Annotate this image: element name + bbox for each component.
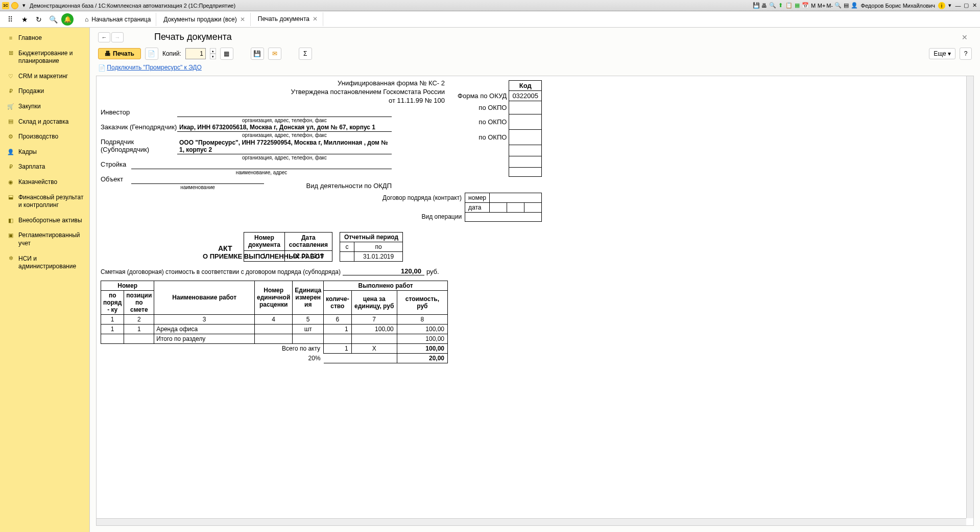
col-2: 2 xyxy=(124,314,154,324)
copies-up-button[interactable]: ▲ xyxy=(210,48,216,54)
tab-home[interactable]: ⌂ Начальная страница xyxy=(80,13,156,26)
m-plus-icon[interactable]: М+ xyxy=(818,2,825,9)
page-title: Печать документа xyxy=(154,32,232,42)
col-5: 5 xyxy=(293,314,324,324)
sidebar-item-sales[interactable]: ₽Продажи xyxy=(0,84,89,99)
save-file-button[interactable]: 💾 xyxy=(251,48,264,60)
total-label: Всего по акту xyxy=(101,343,324,353)
user-icon: 👤 xyxy=(851,2,858,9)
nav-forward-button[interactable]: → xyxy=(111,32,124,42)
total-qty: 1 xyxy=(324,343,352,353)
sidebar-item-hr[interactable]: 👤Кадры xyxy=(0,145,89,160)
star-icon[interactable]: ★ xyxy=(18,13,31,26)
copies-down-button[interactable]: ▼ xyxy=(210,54,216,59)
okpo-label-2: по ОКПО xyxy=(455,114,509,129)
apps-icon[interactable]: ⠿ xyxy=(4,13,16,26)
preview-button[interactable]: 📄 xyxy=(145,48,158,60)
sidebar: ≡Главное ⊞Бюджетирование и планирование … xyxy=(0,28,90,532)
dd2-icon[interactable]: ▾ xyxy=(946,2,953,9)
tab-documents[interactable]: Документы продажи (все) ✕ xyxy=(158,13,250,26)
r1-cost: 100,00 xyxy=(397,324,447,334)
print-button[interactable]: 🖶Печать xyxy=(98,48,141,59)
m-icon[interactable]: М xyxy=(810,2,817,9)
sidebar-icon-regaccount: ▣ xyxy=(7,232,14,239)
app-circle-icon[interactable] xyxy=(11,2,18,9)
nav-back-button[interactable]: ← xyxy=(98,32,110,42)
more-button[interactable]: Еще ▾ xyxy=(929,48,955,59)
cal-icon[interactable]: ▦ xyxy=(794,2,801,9)
sidebar-item-assets[interactable]: ◧Внеоборотные активы xyxy=(0,213,89,228)
maximize-icon[interactable]: ▢ xyxy=(963,2,970,9)
sidebar-icon-production: ⚙ xyxy=(7,133,14,140)
m-minus-icon[interactable]: М- xyxy=(826,2,833,9)
main-toolbar: ⠿ ★ ↻ 🔍 🔔 ⌂ Начальная страница Документы… xyxy=(0,11,980,28)
sidebar-label: Производство xyxy=(18,133,58,141)
vertical-scrollbar[interactable] xyxy=(966,76,973,518)
calc-icon[interactable]: 📋 xyxy=(785,2,793,9)
sidebar-label: Кадры xyxy=(18,148,37,156)
sidebar-item-budget[interactable]: ⊞Бюджетирование и планирование xyxy=(0,46,89,69)
col-8: 8 xyxy=(397,314,447,324)
th-pricenum: Номер единичной расценки xyxy=(255,281,293,314)
docnum-h1: Номер xyxy=(254,234,274,241)
sidebar-label: Закупки xyxy=(18,103,41,111)
tab-documents-close-icon[interactable]: ✕ xyxy=(240,16,245,23)
close-window-icon[interactable]: ✕ xyxy=(971,2,978,9)
sidebar-item-purchase[interactable]: 🛒Закупки xyxy=(0,99,89,114)
tab-print-close-icon[interactable]: ✕ xyxy=(313,15,318,22)
build-value xyxy=(131,161,392,169)
date-icon[interactable]: 📅 xyxy=(802,2,809,9)
page-close-icon[interactable]: ✕ xyxy=(958,33,972,41)
history-icon[interactable]: ↻ xyxy=(33,13,45,26)
sidebar-label: Склад и доставка xyxy=(18,118,68,126)
sidebar-item-crm[interactable]: ♡CRM и маркетинг xyxy=(0,69,89,84)
total-cost: 100,00 xyxy=(397,343,447,353)
th-done: Выполнено работ xyxy=(324,281,448,290)
save-icon[interactable]: 💾 xyxy=(753,2,760,9)
edo-link[interactable]: Подключить "Промресурс" к ЭДО xyxy=(107,64,201,71)
sidebar-item-finresult[interactable]: ⬓Финансовый результат и контроллинг xyxy=(0,190,89,213)
preview-icon[interactable]: 🔍 xyxy=(769,2,776,9)
col-6: 6 xyxy=(324,314,352,324)
r1-unit: шт xyxy=(293,324,324,334)
r1-pos: 1 xyxy=(124,324,154,334)
sidebar-item-nsi[interactable]: ✲НСИ и администрирование xyxy=(0,251,89,274)
info-icon[interactable]: i xyxy=(938,2,945,9)
email-button[interactable]: ✉ xyxy=(268,48,281,60)
sidebar-item-production[interactable]: ⚙Производство xyxy=(0,129,89,145)
bell-icon[interactable]: 🔔 xyxy=(61,13,74,26)
sidebar-item-salary[interactable]: ₽Зарплата xyxy=(0,159,89,175)
minimize-icon[interactable]: — xyxy=(954,2,962,9)
estimate-label: Сметная (договорная) стоимость в соответ… xyxy=(101,268,341,275)
document-viewport[interactable]: Код Форма по ОКУД0322005 по ОКПО по ОКПО… xyxy=(96,76,974,526)
contractor-label: Подрядчик (Субподрядчик) xyxy=(101,138,177,154)
sidebar-item-warehouse[interactable]: ▤Склад и доставка xyxy=(0,114,89,130)
titlebar: 1C ▾ Демонстрационная база / 1С:Комплекс… xyxy=(0,0,980,11)
sidebar-item-treasury[interactable]: ◉Казначейство xyxy=(0,175,89,190)
compare-icon[interactable]: ⬆ xyxy=(777,2,784,9)
tab-print[interactable]: Печать документа ✕ xyxy=(253,12,323,27)
okud-label: Форма по ОКУД xyxy=(455,90,509,101)
copies-input[interactable] xyxy=(185,48,206,59)
settings-button[interactable]: ▦ xyxy=(220,48,233,60)
horizontal-scrollbar[interactable] xyxy=(97,518,966,525)
sidebar-item-main[interactable]: ≡Главное xyxy=(0,31,89,46)
dropdown-icon[interactable]: ▾ xyxy=(20,2,28,9)
print-icon[interactable]: 🖶 xyxy=(761,2,768,9)
sidebar-icon-main: ≡ xyxy=(7,34,14,41)
zoom-icon[interactable]: 🔍 xyxy=(834,2,842,9)
works-table: Номер Наименование работ Номер единичной… xyxy=(101,281,448,363)
vat-value: 20,00 xyxy=(397,353,447,363)
tab-documents-label: Документы продажи (все) xyxy=(163,16,236,23)
sum-button[interactable]: Σ xyxy=(299,48,312,60)
user-name[interactable]: Федоров Борис Михайлович xyxy=(859,3,937,9)
sidebar-label: Зарплата xyxy=(18,163,45,171)
help-button[interactable]: ? xyxy=(960,48,972,60)
favs-icon[interactable]: ▤ xyxy=(843,2,850,9)
docnum-h2: документа xyxy=(248,241,280,248)
r1-price: 100,00 xyxy=(351,324,397,334)
sidebar-label: Бюджетирование и планирование xyxy=(18,50,84,65)
sidebar-item-regaccount[interactable]: ▣Регламентированный учет xyxy=(0,228,89,251)
search-icon[interactable]: 🔍 xyxy=(47,13,59,26)
th-name: Наименование работ xyxy=(154,281,255,314)
